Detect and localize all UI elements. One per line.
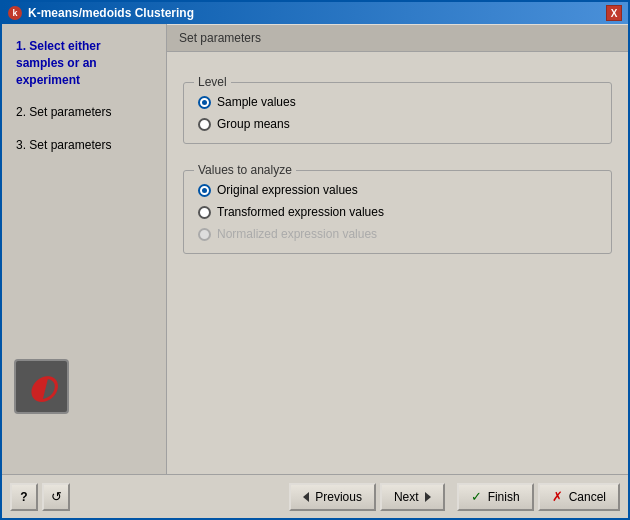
refresh-button[interactable]: ↺ [42,483,70,511]
normalized-label: Normalized expression values [217,227,377,241]
cancel-button[interactable]: ✗ Cancel [538,483,620,511]
original-label: Original expression values [217,183,358,197]
group-means-label: Group means [217,117,290,131]
finish-button[interactable]: ✓ Finish [457,483,534,511]
help-button[interactable]: ? [10,483,38,511]
sample-values-row[interactable]: Sample values [198,95,597,109]
arrow-left-icon [303,492,309,502]
transformed-radio[interactable] [198,206,211,219]
arrow-right-icon [425,492,431,502]
sidebar-item-step1[interactable]: 1. Select either samples or an experimen… [10,34,158,92]
main-window: k K-means/medoids Clustering X 1. Select… [0,0,630,520]
transformed-label: Transformed expression values [217,205,384,219]
sample-values-label: Sample values [217,95,296,109]
sidebar-item-step3[interactable]: 3. Set parameters [10,133,158,158]
title-bar: k K-means/medoids Clustering X [2,2,628,24]
nav-buttons: Previous Next [289,483,444,511]
values-group: Values to analyze Original expression va… [183,170,612,254]
title-bar-left: k K-means/medoids Clustering [8,6,194,20]
refresh-icon: ↺ [51,489,62,504]
window-title: K-means/medoids Clustering [28,6,194,20]
next-button[interactable]: Next [380,483,445,511]
transformed-row[interactable]: Transformed expression values [198,205,597,219]
panel-header: Set parameters [167,24,628,52]
group-means-row[interactable]: Group means [198,117,597,131]
level-group-label: Level [194,75,231,89]
values-group-label: Values to analyze [194,163,296,177]
previous-button[interactable]: Previous [289,483,376,511]
app-icon: k [8,6,22,20]
normalized-row: Normalized expression values [198,227,597,241]
sidebar: 1. Select either samples or an experimen… [2,24,167,474]
bottom-bar: ? ↺ Previous Next ✓ Finish ✗ Cancel [2,474,628,518]
close-button[interactable]: X [606,5,622,21]
sidebar-item-step2[interactable]: 2. Set parameters [10,100,158,125]
group-means-radio[interactable] [198,118,211,131]
content-area: 1. Select either samples or an experimen… [2,24,628,474]
main-panel: Set parameters Level Sample values Group… [167,24,628,474]
original-row[interactable]: Original expression values [198,183,597,197]
sample-values-radio[interactable] [198,96,211,109]
logo: ◐ [14,359,69,414]
original-radio[interactable] [198,184,211,197]
normalized-radio [198,228,211,241]
x-icon: ✗ [552,489,563,504]
check-icon: ✓ [471,489,482,504]
panel-content: Level Sample values Group means Values t… [167,52,628,474]
level-group: Level Sample values Group means [183,82,612,144]
